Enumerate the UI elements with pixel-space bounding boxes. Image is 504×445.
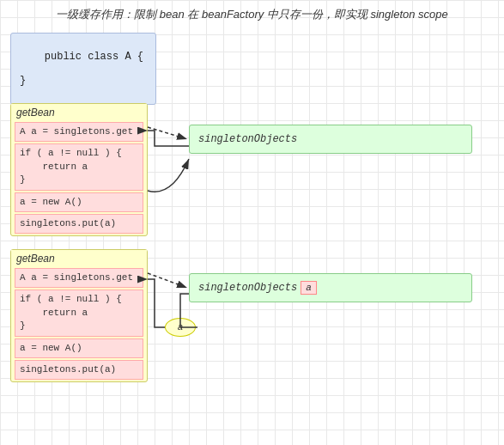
code-block-1-4: singletons.put(a)	[15, 214, 143, 234]
class-box: public class A { }	[10, 33, 156, 105]
singleton-label-2: singletonObjects	[198, 282, 297, 294]
class-code: public class A { }	[20, 51, 143, 87]
code-block-1-2: if ( a != null ) { return a }	[15, 143, 143, 190]
main-content: 一级缓存作用：限制 bean 在 beanFactory 中只存一份，即实现 s…	[0, 0, 504, 445]
oval-label: a	[178, 322, 184, 332]
getbean-label-2: getBean	[11, 250, 147, 266]
arrow-2	[148, 273, 187, 288]
arrow-1	[148, 127, 187, 139]
oval-a: a	[165, 318, 196, 337]
code-block-2-4: singletons.put(a)	[15, 360, 143, 380]
a-box-in-singleton: a	[301, 281, 317, 295]
getbean-box-1: getBean A a = singletons.get if ( a != n…	[10, 103, 148, 236]
code-block-2-2: if ( a != null ) { return a }	[15, 290, 143, 336]
page-title: 一级缓存作用：限制 bean 在 beanFactory 中只存一份，即实现 s…	[0, 0, 504, 27]
singleton-box-1: singletonObjects	[189, 125, 472, 154]
getbean-box-2: getBean A a = singletons.get if ( a != n…	[10, 249, 148, 382]
singleton-box-2: singletonObjects a	[189, 273, 472, 302]
code-block-2-3: a = new A()	[15, 338, 143, 358]
arrow-put-1	[148, 159, 189, 192]
singleton-label-1: singletonObjects	[198, 133, 297, 145]
code-block-1-1: A a = singletons.get	[15, 122, 143, 142]
code-block-1-3: a = new A()	[15, 192, 143, 212]
arrow-back-1	[148, 131, 189, 146]
getbean-label-1: getBean	[11, 104, 147, 120]
code-block-2-1: A a = singletons.get	[15, 268, 143, 288]
arrow-oval-back	[148, 279, 165, 327]
